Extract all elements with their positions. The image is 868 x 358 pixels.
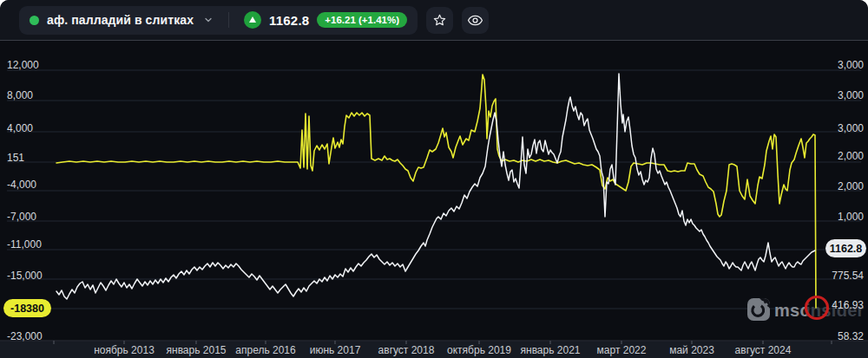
watch-button[interactable] [462,7,489,34]
watermark-text-bold: msc [774,301,810,320]
left-axis-label: -15,000 [7,270,43,282]
chart-canvas[interactable]: msc insider ноябрь 2013январь 2015апрель… [0,0,868,358]
x-axis-label: август 2018 [378,344,435,356]
right-axis-labels: 3,0003,0003,0002,0002,0001,000775.54416.… [832,59,864,342]
last-price: 1162.8 [269,13,309,28]
left-axis-label: -7,000 [7,211,36,223]
left-axis-badge: -18380 [3,299,51,317]
toolbar-divider [228,12,229,28]
right-axis-label: 3,000 [838,122,864,134]
chart-area: msc insider ноябрь 2013январь 2015апрель… [0,0,868,358]
eye-icon [467,12,483,29]
left-axis-label: 8,000 [7,89,33,101]
right-axis-label: 1,000 [838,211,864,223]
left-axis-label: -4,000 [7,179,36,191]
left-axis-label: -11,000 [7,238,42,251]
instrument-and-price-container: аф. палладий в слитках 1162.8 +16.21 (+1… [19,6,418,35]
x-axis-label: май 2023 [669,344,714,356]
arrow-up-icon [244,11,261,29]
right-axis-label: 58.32 [838,330,864,342]
right-axis-label: 775.54 [832,270,864,282]
left-axis-label: 4,000 [7,122,33,134]
right-badge-value: 1162.8 [830,243,863,255]
x-axis-label: ноябрь 2013 [94,344,155,356]
x-axis-label: август 2024 [735,344,792,356]
series-line-white-right-scale [56,74,815,299]
x-axis-label: январь 2021 [521,344,581,356]
left-axis-label: -23,000 [7,330,43,342]
x-axis-label: июнь 2017 [310,344,361,356]
status-dot-icon [30,16,39,25]
favorite-button[interactable] [426,7,453,34]
trading-chart-app: msc insider ноябрь 2013январь 2015апрель… [0,0,868,358]
x-axis-label: январь 2015 [167,344,227,356]
instrument-selector[interactable]: аф. палладий в слитках [47,13,194,27]
right-axis-label: 3,000 [838,59,864,71]
toolbar: аф. палладий в слитках 1162.8 +16.21 (+1… [0,0,868,41]
chevron-down-icon[interactable] [203,15,214,25]
right-axis-label: 3,000 [838,89,864,101]
watermark-logo-icon [747,298,770,321]
star-icon [432,13,447,28]
x-axis-label: октябрь 2019 [447,344,511,356]
x-axis-label: апрель 2016 [235,344,296,356]
right-axis-badge: 1162.8 [825,239,866,257]
gridlines [7,70,861,309]
right-axis-label: 2,000 [838,150,864,162]
price-change-badge: +16.21 (+1.41%) [317,12,407,28]
right-axis-label: 2,000 [838,180,864,192]
right-axis-label: 416.93 [832,299,864,311]
left-badge-value: -18380 [10,303,44,315]
x-axis-strip[interactable]: ноябрь 2013январь 2015апрель 2016июнь 20… [0,341,868,358]
left-axis-label: 151 [7,152,24,164]
left-axis-label: 12,000 [7,59,39,71]
x-axis-label: март 2022 [597,344,647,356]
